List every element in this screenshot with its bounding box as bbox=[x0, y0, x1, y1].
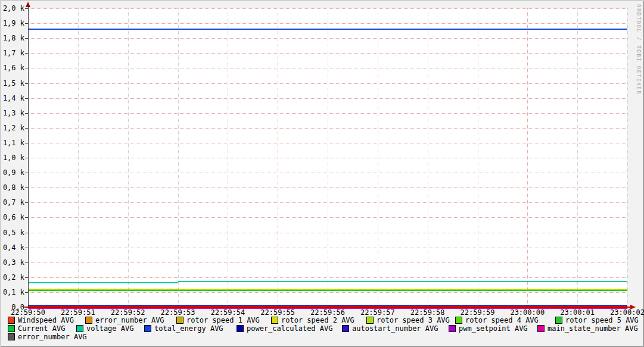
plot-area bbox=[28, 8, 627, 307]
y-axis-arrow-icon bbox=[26, 2, 30, 7]
x-axis-label: 22:59:59 bbox=[453, 309, 503, 316]
legend-label: error_number AVG bbox=[18, 333, 87, 340]
y-axis-tick bbox=[25, 143, 28, 143]
grid-line-vertical bbox=[577, 8, 578, 309]
x-axis-label: 22:59:55 bbox=[253, 309, 303, 316]
grid-line-vertical bbox=[478, 8, 478, 309]
x-axis-label: 22:59:51 bbox=[53, 309, 103, 316]
y-axis-label: 1,8 k bbox=[0, 35, 24, 42]
x-axis-label: 22:59:57 bbox=[353, 309, 403, 316]
legend-label: Current AVG bbox=[18, 325, 65, 332]
legend-label: rotor speed 1 AVG bbox=[186, 317, 260, 324]
legend-swatch bbox=[271, 317, 278, 324]
x-axis-label: 22:59:52 bbox=[103, 309, 153, 316]
legend-swatch bbox=[449, 325, 456, 332]
y-axis-tick bbox=[25, 233, 28, 233]
y-axis-tick bbox=[25, 158, 28, 158]
y-axis-tick bbox=[25, 262, 28, 263]
legend-label: main_state_number AVG bbox=[547, 325, 638, 332]
y-axis-tick bbox=[25, 202, 28, 203]
y-axis-label: 1,4 k bbox=[0, 95, 24, 102]
legend-label: voltage AVG bbox=[86, 325, 133, 332]
y-axis-tick bbox=[25, 68, 28, 68]
legend-swatch bbox=[176, 317, 183, 324]
legend-swatch bbox=[555, 317, 562, 324]
legend-swatch bbox=[455, 317, 462, 324]
legend-label: rotor speed 3 AVG bbox=[377, 317, 450, 324]
legend-swatch bbox=[237, 325, 244, 332]
y-axis-tick bbox=[25, 173, 28, 173]
y-axis-label: 1,2 k bbox=[0, 124, 24, 132]
grid-line-vertical bbox=[278, 8, 278, 309]
legend-swatch bbox=[366, 317, 374, 324]
y-axis-line bbox=[28, 5, 29, 308]
y-axis-label: 1,5 k bbox=[0, 80, 24, 87]
y-axis-label: 1,6 k bbox=[0, 64, 24, 71]
x-axis-label: 22:59:54 bbox=[203, 309, 253, 316]
y-axis-tick bbox=[25, 113, 28, 114]
grid-line-vertical bbox=[428, 8, 428, 309]
grid-line-vertical bbox=[378, 8, 378, 309]
legend-label: error_number AVG bbox=[95, 317, 164, 324]
legend-swatch bbox=[85, 317, 92, 324]
grid-line-vertical bbox=[128, 8, 129, 309]
y-axis-label: 1,9 k bbox=[0, 20, 24, 27]
y-axis-label: 0,8 k bbox=[0, 184, 24, 191]
grid-line-vertical bbox=[228, 8, 228, 309]
legend-swatch bbox=[8, 333, 15, 340]
series-line-voltage-avg bbox=[178, 281, 628, 282]
legend-swatch bbox=[8, 325, 15, 332]
series-line-total_energy-avg bbox=[28, 29, 627, 30]
x-axis-line bbox=[24, 307, 631, 308]
rrdtool-graph: 2,0 k1,9 k1,8 k1,7 k1,6 k1,5 k1,4 k1,3 k… bbox=[0, 0, 644, 347]
legend-label: rotor speed 5 AVG bbox=[565, 317, 639, 324]
legend-swatch bbox=[8, 317, 15, 324]
legend-label: Windspeed AVG bbox=[18, 317, 74, 324]
x-axis-label: 23:00:01 bbox=[552, 309, 602, 316]
x-axis-label: 23:00:00 bbox=[502, 309, 552, 316]
y-axis-tick bbox=[25, 217, 28, 218]
y-axis-label: 0,7 k bbox=[0, 199, 24, 206]
legend-swatch bbox=[144, 325, 151, 332]
grid-line-vertical bbox=[627, 8, 628, 309]
series-line-rotor-speed-5-avg bbox=[567, 290, 627, 291]
y-axis-tick bbox=[25, 98, 28, 99]
y-axis-label: 1,7 k bbox=[0, 49, 24, 57]
legend-label: rotor speed 4 AVG bbox=[465, 317, 539, 324]
y-axis-label: 1,1 k bbox=[0, 139, 24, 146]
grid-line-vertical bbox=[328, 8, 328, 309]
legend-swatch bbox=[76, 325, 83, 332]
series-line-voltage-avg bbox=[28, 282, 178, 283]
legend-label: rotor speed 2 AVG bbox=[281, 317, 354, 324]
grid-line-vertical bbox=[178, 8, 179, 309]
y-axis-label: 2,0 k bbox=[0, 5, 24, 12]
grid-line-vertical bbox=[527, 8, 528, 309]
y-axis-label: 0,3 k bbox=[0, 259, 24, 266]
x-axis-label: 22:59:58 bbox=[403, 309, 453, 316]
legend-swatch bbox=[537, 325, 545, 332]
x-axis-label: 22:59:53 bbox=[153, 309, 203, 316]
y-axis-label: 0,9 k bbox=[0, 169, 24, 176]
y-axis-tick bbox=[25, 277, 28, 278]
y-axis-label: 1,3 k bbox=[0, 110, 24, 117]
y-axis-tick bbox=[25, 53, 28, 54]
legend-label: pwm_setpoint AVG bbox=[459, 325, 528, 332]
y-axis-tick bbox=[25, 8, 28, 9]
y-axis-label: 0,1 k bbox=[0, 289, 24, 296]
y-axis-label: 0,4 k bbox=[0, 244, 24, 251]
y-axis-label: 0,2 k bbox=[0, 274, 24, 281]
x-axis-label: 23:00:02 bbox=[602, 309, 644, 316]
rrdtool-watermark: RRDTOOL / TOBI OETIKER bbox=[636, 4, 642, 95]
y-axis-label: 0,6 k bbox=[0, 214, 24, 221]
y-axis-tick bbox=[25, 83, 28, 84]
y-axis-tick bbox=[25, 128, 28, 129]
y-axis-tick bbox=[25, 38, 28, 39]
legend-label: autostart_number AVG bbox=[352, 325, 438, 332]
y-axis-tick bbox=[25, 187, 28, 188]
legend-label: power_calculated AVG bbox=[247, 325, 333, 332]
y-axis-label: 1,0 k bbox=[0, 154, 24, 161]
y-axis-label: 0,5 k bbox=[0, 229, 24, 236]
y-axis-tick bbox=[25, 292, 28, 293]
legend-swatch bbox=[342, 325, 349, 332]
legend-label: total_energy AVG bbox=[154, 325, 223, 332]
